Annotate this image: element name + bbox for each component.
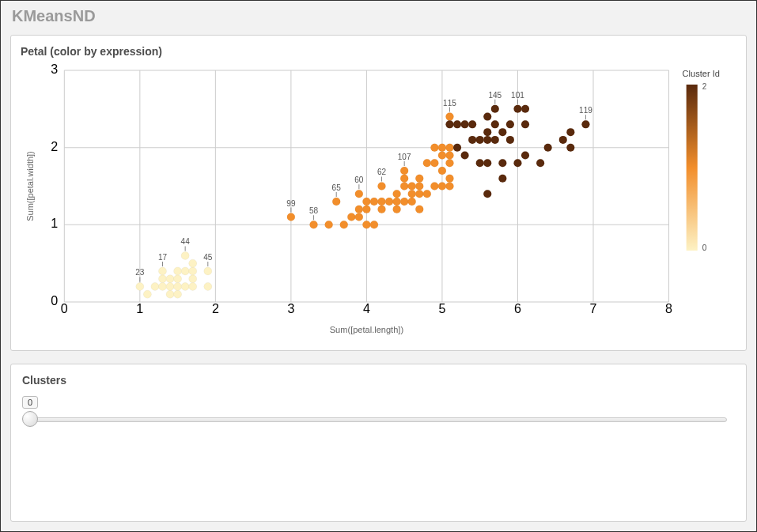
scatter-point[interactable] — [370, 198, 378, 206]
scatter-point[interactable] — [498, 159, 506, 167]
scatter-point[interactable] — [340, 221, 348, 228]
scatter-point[interactable] — [158, 282, 166, 290]
scatter-point[interactable] — [362, 198, 370, 206]
scatter-point[interactable] — [445, 151, 453, 159]
scatter-point[interactable] — [453, 144, 461, 152]
scatter-point[interactable] — [544, 144, 552, 152]
scatter-point[interactable] — [181, 267, 189, 275]
scatter-point[interactable] — [566, 128, 574, 136]
scatter-point[interactable] — [536, 159, 544, 167]
scatter-point[interactable] — [181, 282, 189, 290]
scatter-point[interactable] — [204, 282, 212, 290]
scatter-point[interactable] — [362, 206, 370, 213]
scatter-point[interactable] — [461, 151, 469, 159]
scatter-point[interactable] — [445, 120, 453, 128]
scatter-point[interactable] — [189, 267, 197, 275]
scatter-point[interactable] — [158, 267, 166, 275]
scatter-point[interactable] — [445, 113, 453, 121]
scatter-point[interactable] — [355, 190, 363, 198]
scatter-point[interactable] — [415, 206, 423, 213]
scatter-point[interactable] — [408, 198, 416, 206]
scatter-point[interactable] — [151, 282, 159, 290]
scatter-point[interactable] — [415, 175, 423, 183]
scatter-point[interactable] — [476, 136, 484, 144]
scatter-point[interactable] — [491, 136, 499, 144]
scatter-point[interactable] — [438, 151, 446, 159]
scatter-point[interactable] — [377, 198, 385, 206]
scatter-point[interactable] — [400, 167, 408, 175]
scatter-point[interactable] — [483, 128, 491, 136]
scatter-point[interactable] — [143, 290, 151, 298]
scatter-point[interactable] — [400, 183, 408, 191]
scatter-point[interactable] — [377, 183, 385, 191]
scatter-point[interactable] — [393, 206, 401, 213]
scatter-point[interactable] — [355, 213, 363, 221]
scatter-point[interactable] — [181, 251, 189, 259]
scatter-point[interactable] — [347, 213, 355, 221]
scatter-point[interactable] — [166, 290, 174, 298]
scatter-point[interactable] — [559, 136, 567, 144]
scatter-point[interactable] — [468, 136, 476, 144]
clusters-slider[interactable] — [22, 412, 735, 429]
scatter-point[interactable] — [174, 267, 182, 275]
scatter-point[interactable] — [498, 175, 506, 183]
scatter-point[interactable] — [136, 282, 144, 290]
scatter-point[interactable] — [310, 221, 318, 228]
scatter-point[interactable] — [158, 275, 166, 283]
scatter-point[interactable] — [370, 221, 378, 228]
scatter-point[interactable] — [445, 144, 453, 152]
scatter-point[interactable] — [415, 183, 423, 191]
scatter-point[interactable] — [521, 120, 529, 128]
scatter-point[interactable] — [400, 198, 408, 206]
scatter-point[interactable] — [483, 136, 491, 144]
chart-body[interactable]: 0123456780123Sum([petal.length])Sum([pet… — [21, 61, 736, 338]
scatter-point[interactable] — [362, 221, 370, 228]
scatter-point[interactable] — [166, 275, 174, 283]
scatter-point[interactable] — [174, 282, 182, 290]
scatter-point[interactable] — [521, 151, 529, 159]
scatter-point[interactable] — [445, 175, 453, 183]
scatter-point[interactable] — [393, 190, 401, 198]
scatter-point[interactable] — [506, 120, 514, 128]
scatter-point[interactable] — [438, 167, 446, 175]
scatter-point[interactable] — [189, 259, 197, 267]
scatter-point[interactable] — [377, 206, 385, 213]
scatter-point[interactable] — [438, 183, 446, 191]
scatter-point[interactable] — [189, 275, 197, 283]
scatter-point[interactable] — [423, 159, 431, 167]
scatter-point[interactable] — [393, 198, 401, 206]
scatter-point[interactable] — [476, 159, 484, 167]
scatter-point[interactable] — [355, 206, 363, 213]
scatter-point[interactable] — [468, 120, 476, 128]
scatter-point[interactable] — [581, 120, 589, 128]
scatter-point[interactable] — [400, 175, 408, 183]
scatter-point[interactable] — [491, 120, 499, 128]
scatter-point[interactable] — [204, 267, 212, 275]
scatter-point[interactable] — [566, 144, 574, 152]
scatter-point[interactable] — [166, 282, 174, 290]
scatter-point[interactable] — [174, 290, 182, 298]
slider-thumb[interactable] — [22, 411, 38, 427]
scatter-point[interactable] — [521, 105, 529, 113]
scatter-point[interactable] — [287, 213, 295, 221]
scatter-point[interactable] — [513, 159, 521, 167]
scatter-point[interactable] — [385, 198, 393, 206]
scatter-point[interactable] — [438, 144, 446, 152]
scatter-point[interactable] — [498, 128, 506, 136]
scatter-point[interactable] — [189, 282, 197, 290]
scatter-point[interactable] — [461, 120, 469, 128]
scatter-point[interactable] — [430, 183, 438, 191]
scatter-point[interactable] — [483, 113, 491, 121]
scatter-point[interactable] — [174, 275, 182, 283]
scatter-point[interactable] — [408, 190, 416, 198]
scatter-point[interactable] — [483, 159, 491, 167]
scatter-point[interactable] — [453, 120, 461, 128]
scatter-point[interactable] — [513, 105, 521, 113]
scatter-point[interactable] — [423, 190, 431, 198]
scatter-point[interactable] — [415, 190, 423, 198]
scatter-point[interactable] — [332, 198, 340, 206]
scatter-point[interactable] — [506, 136, 514, 144]
scatter-point[interactable] — [445, 159, 453, 167]
scatter-point[interactable] — [483, 190, 491, 198]
scatter-point[interactable] — [408, 183, 416, 191]
